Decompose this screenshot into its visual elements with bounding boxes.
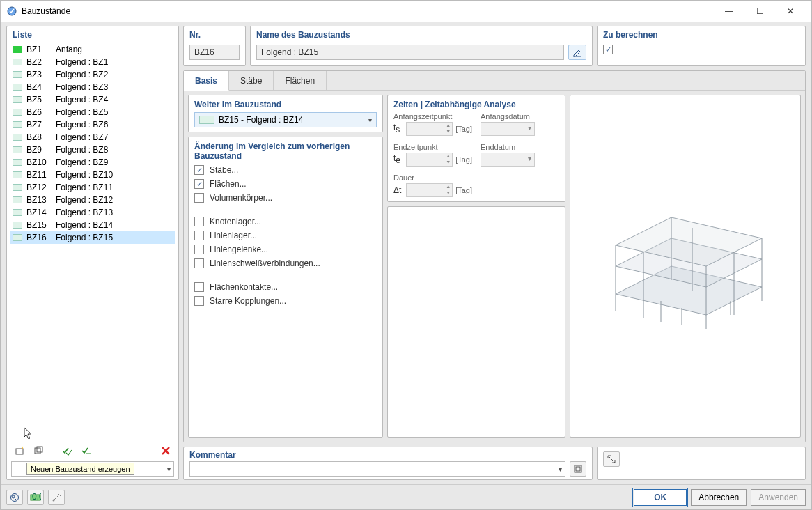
settings-button[interactable] [48, 490, 65, 505]
change-option[interactable]: Starre Kopplungen... [194, 296, 377, 306]
change-label: Liniengelenke... [210, 245, 268, 254]
calc-panel: Zu berechnen [597, 26, 806, 66]
state-name: Anfang [56, 45, 173, 54]
list-item[interactable]: BZ7 Folgend : BZ6 [10, 118, 175, 131]
svg-rect-4 [37, 447, 42, 452]
checkbox[interactable] [194, 193, 204, 203]
changes-section: Änderung im Vergleich zum vorherigen Bau… [188, 137, 383, 438]
change-option[interactable]: Linienlager... [194, 231, 377, 240]
end-date-input[interactable] [481, 153, 535, 167]
comment-label: Kommentar [189, 450, 586, 460]
delete-state-button[interactable] [157, 443, 174, 458]
state-name: Folgend : BZ5 [56, 107, 173, 117]
start-time-input[interactable] [406, 122, 453, 136]
list-item[interactable]: BZ4 Folgend : BZ3 [10, 81, 175, 93]
check-all-button[interactable] [58, 443, 75, 458]
tab-basis[interactable]: Basis [184, 71, 229, 91]
uncheck-all-button[interactable] [78, 443, 95, 458]
checkbox[interactable] [194, 245, 204, 254]
state-name: Folgend : BZ9 [56, 157, 173, 167]
state-swatch-icon [13, 46, 22, 53]
change-option[interactable]: Flächen... [194, 179, 377, 189]
change-option[interactable]: Liniengelenke... [194, 245, 377, 254]
edit-name-button[interactable] [568, 45, 586, 60]
state-name: Folgend : BZ1 [56, 57, 173, 67]
list-item[interactable]: BZ13 Folgend : BZ12 [10, 194, 175, 206]
state-list[interactable]: BZ1 Anfang BZ2 Folgend : BZ1 BZ3 Folgend… [7, 42, 178, 439]
start-date-input[interactable] [481, 122, 535, 136]
minimize-button[interactable]: — [714, 1, 744, 22]
calc-checkbox[interactable] [603, 45, 613, 54]
end-time-input[interactable] [406, 153, 453, 167]
tooltip: Neuen Bauzustand erzeugen [26, 463, 134, 475]
checkbox[interactable] [194, 296, 204, 306]
state-name: Folgend : BZ15 [56, 233, 173, 242]
maximize-button[interactable]: ☐ [744, 1, 775, 22]
tab-flaechen[interactable]: Flächen [274, 71, 327, 90]
continue-value: BZ15 - Folgend : BZ14 [219, 115, 303, 125]
list-item[interactable]: BZ16 Folgend : BZ15 [10, 231, 175, 244]
name-field[interactable]: Folgend : BZ15 [256, 45, 564, 60]
svg-rect-3 [35, 448, 40, 454]
checkbox[interactable] [194, 165, 204, 175]
checkbox[interactable] [194, 231, 204, 240]
app-icon [6, 6, 17, 17]
continue-combo[interactable]: BZ15 - Folgend : BZ14 ▾ [194, 112, 377, 128]
state-name: Folgend : BZ10 [56, 170, 173, 180]
state-name: Folgend : BZ7 [56, 132, 173, 142]
list-item[interactable]: BZ12 Folgend : BZ11 [10, 181, 175, 194]
state-code: BZ6 [26, 107, 52, 117]
preview-expand-button[interactable] [603, 451, 620, 467]
list-item[interactable]: BZ3 Folgend : BZ2 [10, 68, 175, 81]
state-swatch-icon [199, 116, 214, 124]
cancel-button[interactable]: Abbrechen [691, 489, 747, 506]
comment-input[interactable]: ▾ [189, 461, 565, 477]
close-button[interactable]: ✕ [775, 1, 806, 22]
list-item[interactable]: BZ10 Folgend : BZ9 [10, 156, 175, 169]
state-swatch-icon [13, 59, 22, 65]
checkbox[interactable] [194, 217, 204, 226]
start-time-label: Anfangszeitpunkt [393, 112, 472, 121]
change-option[interactable]: Volumenkörper... [194, 193, 377, 203]
checkbox[interactable] [194, 258, 204, 268]
change-label: Flächenkontakte... [210, 282, 278, 292]
state-name: Folgend : BZ11 [56, 183, 173, 192]
list-item[interactable]: BZ8 Folgend : BZ7 [10, 131, 175, 144]
checkbox[interactable] [194, 282, 204, 292]
change-option[interactable]: Stäbe... [194, 165, 377, 175]
state-code: BZ1 [26, 45, 52, 54]
dt-symbol: Δt [393, 185, 403, 195]
ok-button[interactable]: OK [634, 489, 687, 506]
list-item[interactable]: BZ2 Folgend : BZ1 [10, 56, 175, 68]
checkbox[interactable] [194, 179, 204, 189]
copy-state-button[interactable] [31, 443, 47, 458]
list-item[interactable]: BZ14 Folgend : BZ13 [10, 206, 175, 219]
list-item[interactable]: BZ6 Folgend : BZ5 [10, 106, 175, 118]
svg-text:0,00: 0,00 [32, 493, 41, 502]
list-item[interactable]: BZ5 Folgend : BZ4 [10, 93, 175, 106]
state-swatch-icon [13, 196, 22, 203]
state-swatch-icon [13, 234, 22, 241]
list-item[interactable]: BZ9 Folgend : BZ8 [10, 144, 175, 156]
change-option[interactable]: Knotenlager... [194, 217, 377, 226]
state-name: Folgend : BZ3 [56, 82, 173, 92]
change-option[interactable]: Linienschweißverbindungen... [194, 258, 377, 268]
apply-button[interactable]: Anwenden [751, 489, 806, 506]
comment-library-button[interactable] [570, 461, 586, 477]
units-button[interactable]: 0,00 [27, 490, 44, 505]
tab-staebe[interactable]: Stäbe [229, 71, 274, 90]
change-option[interactable]: Flächenkontakte... [194, 282, 377, 292]
number-field[interactable]: BZ16 [189, 45, 240, 60]
new-state-button[interactable] [11, 443, 28, 458]
list-item[interactable]: BZ11 Folgend : BZ10 [10, 169, 175, 181]
help-button[interactable] [6, 490, 23, 505]
list-item[interactable]: BZ1 Anfang [10, 43, 175, 56]
state-code: BZ9 [26, 145, 52, 155]
model-preview[interactable] [570, 95, 801, 438]
duration-input[interactable] [406, 183, 453, 197]
list-item[interactable]: BZ15 Folgend : BZ14 [10, 219, 175, 231]
state-code: BZ5 [26, 95, 52, 105]
state-name: Folgend : BZ2 [56, 70, 173, 79]
change-label: Linienschweißverbindungen... [210, 258, 320, 268]
state-code: BZ4 [26, 82, 52, 92]
